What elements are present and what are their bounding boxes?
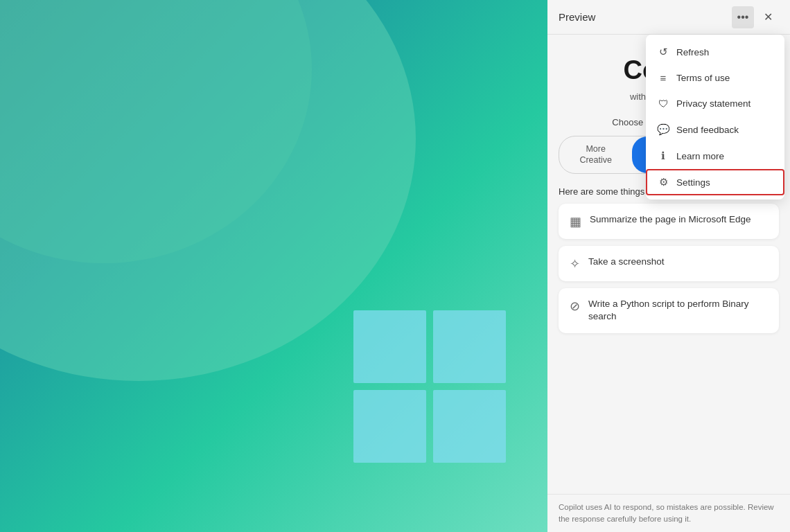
suggestion-python-text: Write a Python script to perform Binary … xyxy=(588,298,768,324)
win-pane-bl xyxy=(353,390,426,463)
menu-item-learn-label: Learn more xyxy=(676,151,724,161)
with-label: with xyxy=(630,91,646,102)
suggestion-card-summarize[interactable]: ▦ Summarize the page in Microsoft Edge xyxy=(559,204,779,239)
terms-icon: ≡ xyxy=(657,72,669,84)
privacy-icon: 🛡 xyxy=(657,98,669,109)
menu-item-settings-label: Settings xyxy=(676,177,710,188)
settings-icon: ⚙ xyxy=(657,176,669,188)
menu-item-terms-label: Terms of use xyxy=(676,73,730,83)
win-pane-tl xyxy=(353,310,426,383)
menu-item-settings[interactable]: ⚙ Settings xyxy=(646,169,784,195)
win-pane-br xyxy=(433,390,506,463)
menu-item-refresh[interactable]: ↺ Refresh xyxy=(646,39,784,65)
suggestion-card-screenshot[interactable]: ✧ Take a screenshot xyxy=(559,246,779,281)
sidebar-title: Preview xyxy=(559,11,595,23)
refresh-icon: ↺ xyxy=(657,46,669,58)
dropdown-menu: ↺ Refresh ≡ Terms of use 🛡 Privacy state… xyxy=(646,35,784,200)
menu-item-learn[interactable]: ℹ Learn more xyxy=(646,143,784,169)
suggestion-summarize-text: Summarize the page in Microsoft Edge xyxy=(590,213,751,227)
footer-disclaimer: Copilot uses AI to respond, so mistakes … xyxy=(547,494,790,533)
menu-item-feedback[interactable]: 💬 Send feedback xyxy=(646,116,784,143)
menu-item-privacy[interactable]: 🛡 Privacy statement xyxy=(646,91,784,116)
win-pane-tr xyxy=(433,310,506,383)
close-button[interactable]: ✕ xyxy=(757,6,779,28)
screenshot-icon: ✧ xyxy=(570,256,580,272)
menu-item-feedback-label: Send feedback xyxy=(676,125,739,135)
sidebar-header: Preview ••• ✕ xyxy=(547,0,790,35)
windows-logo xyxy=(353,310,506,463)
menu-item-privacy-label: Privacy statement xyxy=(676,98,750,109)
wallpaper-panel xyxy=(0,0,547,532)
suggestion-card-python[interactable]: ⊘ Write a Python script to perform Binar… xyxy=(559,288,779,334)
menu-item-terms[interactable]: ≡ Terms of use xyxy=(646,65,784,91)
more-options-button[interactable]: ••• xyxy=(732,6,754,28)
header-actions: ••• ✕ xyxy=(732,6,779,28)
menu-item-refresh-label: Refresh xyxy=(676,47,709,57)
copilot-sidebar: Preview ••• ✕ ↺ Refresh ≡ Terms of use 🛡… xyxy=(547,0,790,532)
learn-icon: ℹ xyxy=(657,150,669,162)
feedback-icon: 💬 xyxy=(657,123,669,136)
suggestion-screenshot-text: Take a screenshot xyxy=(588,256,665,269)
summarize-icon: ▦ xyxy=(570,214,581,229)
style-btn-creative[interactable]: MoreCreative xyxy=(559,136,632,173)
python-icon: ⊘ xyxy=(570,299,580,314)
